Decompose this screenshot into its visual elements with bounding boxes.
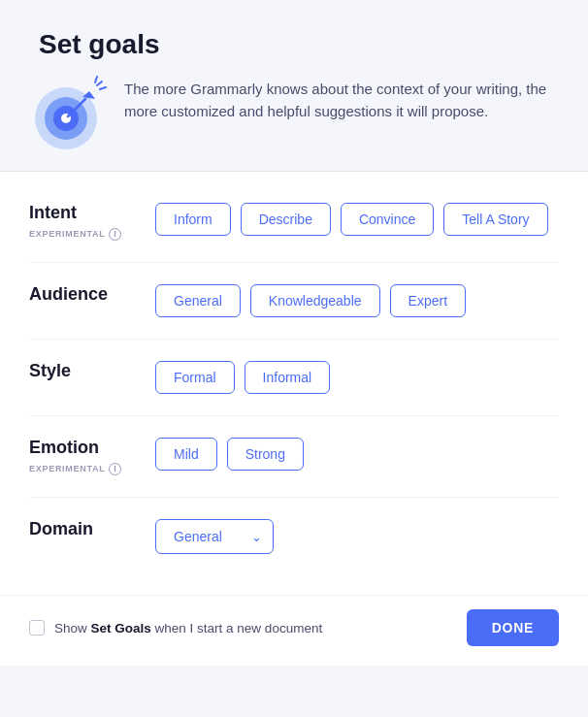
domain-dropdown-container: General Academic Business Technical Crea…	[155, 519, 274, 554]
emotion-info-icon[interactable]: i	[109, 463, 121, 475]
intent-info-icon[interactable]: i	[109, 228, 121, 241]
svg-line-6	[97, 81, 102, 85]
header-content: The more Grammarly knows about the conte…	[29, 74, 559, 151]
chip-describe[interactable]: Describe	[241, 203, 331, 236]
target-icon	[29, 74, 107, 151]
audience-row: Audience General Knowledgeable Expert	[29, 263, 559, 340]
domain-label: Domain	[29, 519, 155, 539]
chip-informal[interactable]: Informal	[245, 361, 331, 394]
chip-strong[interactable]: Strong	[227, 438, 304, 471]
emotion-label-block: Emotion EXPERIMENTAL i	[29, 438, 155, 475]
audience-label-block: Audience	[29, 284, 155, 305]
chip-knowledgeable[interactable]: Knowledgeable	[250, 284, 380, 317]
style-label: Style	[29, 361, 155, 381]
chip-general[interactable]: General	[155, 284, 241, 317]
domain-row: Domain General Academic Business Technic…	[29, 498, 559, 575]
emotion-chips: Mild Strong	[155, 438, 304, 471]
page-title: Set goals	[39, 29, 559, 60]
emotion-experimental-tag: EXPERIMENTAL i	[29, 463, 121, 475]
domain-label-block: Domain	[29, 519, 155, 539]
style-label-block: Style	[29, 361, 155, 381]
intent-chips: Inform Describe Convince Tell A Story	[155, 203, 548, 236]
emotion-row: Emotion EXPERIMENTAL i Mild Strong	[29, 416, 559, 498]
done-button[interactable]: DONE	[467, 609, 559, 646]
audience-label: Audience	[29, 284, 155, 305]
audience-chips: General Knowledgeable Expert	[155, 284, 466, 317]
svg-line-8	[95, 77, 97, 82]
intent-label: Intent	[29, 203, 155, 223]
chip-inform[interactable]: Inform	[155, 203, 231, 236]
domain-select[interactable]: General Academic Business Technical Crea…	[155, 519, 274, 554]
chip-formal[interactable]: Formal	[155, 361, 235, 394]
chip-expert[interactable]: Expert	[390, 284, 466, 317]
chip-convince[interactable]: Convince	[341, 203, 434, 236]
main-section: Intent EXPERIMENTAL i Inform Describe Co…	[0, 172, 588, 595]
chip-tell-a-story[interactable]: Tell A Story	[443, 203, 547, 236]
emotion-label: Emotion	[29, 438, 155, 458]
show-goals-label[interactable]: Show Set Goals when I start a new docume…	[29, 620, 322, 636]
header: Set goals The more Grammarly knows about…	[0, 0, 588, 172]
intent-label-block: Intent EXPERIMENTAL i	[29, 203, 155, 241]
chip-mild[interactable]: Mild	[155, 438, 217, 471]
style-row: Style Formal Informal	[29, 340, 559, 416]
header-description: The more Grammarly knows about the conte…	[124, 74, 559, 123]
show-goals-text: Show Set Goals when I start a new docume…	[54, 621, 322, 636]
intent-experimental-tag: EXPERIMENTAL i	[29, 228, 121, 241]
show-goals-checkbox[interactable]	[29, 620, 45, 636]
svg-line-7	[100, 87, 106, 89]
footer: Show Set Goals when I start a new docume…	[0, 595, 588, 666]
intent-row: Intent EXPERIMENTAL i Inform Describe Co…	[29, 181, 559, 263]
style-chips: Formal Informal	[155, 361, 330, 394]
